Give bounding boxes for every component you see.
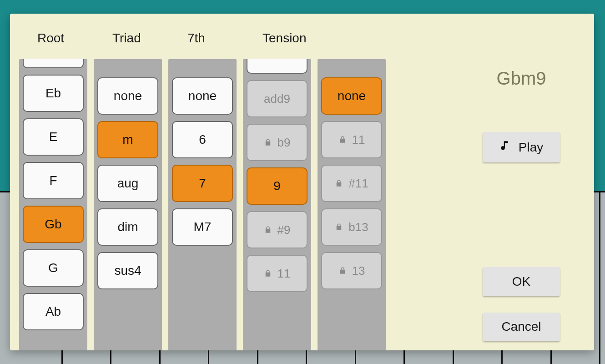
option-triad-m[interactable]: m xyxy=(97,121,158,158)
option-seventh-none[interactable]: none xyxy=(172,77,233,115)
option-root-g[interactable]: G xyxy=(23,249,84,287)
play-button[interactable]: Play xyxy=(483,132,560,162)
option-label: 11 xyxy=(277,267,291,281)
option-seventh-m7[interactable]: M7 xyxy=(172,208,233,246)
header-tension: Tension xyxy=(262,31,338,46)
header-seventh: 7th xyxy=(187,31,262,46)
ok-button-label: OK xyxy=(512,274,530,289)
option-label: Eb xyxy=(45,86,61,101)
option-tension2-none[interactable]: none xyxy=(321,77,382,115)
cancel-button[interactable]: Cancel xyxy=(483,313,560,341)
option-tension1-b9: b9 xyxy=(247,124,308,161)
option-label: b9 xyxy=(277,136,291,150)
option-label: b13 xyxy=(348,220,368,234)
header-triad: Triad xyxy=(112,31,187,46)
option-tension2-11: #11 xyxy=(321,165,382,202)
column-headers: Root Triad 7th Tension xyxy=(37,31,338,46)
option-triad-dim[interactable]: dim xyxy=(97,208,158,246)
option-label: F xyxy=(49,173,57,188)
lock-icon xyxy=(338,267,347,275)
option-label: #9 xyxy=(277,223,291,237)
option-label: add9 xyxy=(264,92,290,106)
lock-icon xyxy=(335,179,343,187)
column-seventh[interactable]: none67M7 xyxy=(168,59,237,350)
chord-name-display: Gbm9 xyxy=(497,68,546,89)
option-tension1-9: #9 xyxy=(247,211,308,248)
option-label: #11 xyxy=(348,177,368,191)
option-triad-sus4[interactable]: sus4 xyxy=(97,252,158,289)
lock-icon xyxy=(264,138,272,147)
option-label: G xyxy=(48,261,58,275)
option-root-eb[interactable]: Eb xyxy=(23,75,84,112)
option-label: Gb xyxy=(45,217,61,232)
option-label: 9 xyxy=(273,179,281,193)
option-tension1-add9: add9 xyxy=(247,80,308,117)
option-tension1-5[interactable]: #5 xyxy=(247,59,308,74)
option-seventh-7[interactable]: 7 xyxy=(172,165,233,202)
option-label: aug xyxy=(117,176,139,191)
column-tension2[interactable]: none11#11b1313 xyxy=(318,59,386,350)
chord-picker-dialog: Root Triad 7th Tension DEbEFGbGAb nonema… xyxy=(10,14,594,350)
option-tension2-b13: b13 xyxy=(321,208,382,246)
column-triad[interactable]: nonemaugdimsus4 xyxy=(94,59,162,350)
lock-icon xyxy=(335,223,343,231)
option-label: 7 xyxy=(199,176,206,191)
option-label: none xyxy=(188,89,217,103)
option-tension1-9[interactable]: 9 xyxy=(247,167,308,205)
option-label: #5 xyxy=(270,59,284,62)
play-button-label: Play xyxy=(519,140,543,155)
option-triad-none[interactable]: none xyxy=(97,77,158,115)
option-label: m xyxy=(122,132,133,147)
option-label: none xyxy=(114,89,142,103)
option-seventh-6[interactable]: 6 xyxy=(172,121,233,158)
option-label: M7 xyxy=(194,220,212,234)
option-root-gb[interactable]: Gb xyxy=(23,206,84,243)
cancel-button-label: Cancel xyxy=(501,319,541,334)
lock-icon xyxy=(338,136,347,144)
option-label: 13 xyxy=(352,264,365,278)
option-label: 6 xyxy=(199,132,206,147)
lock-icon xyxy=(264,269,272,278)
option-root-e[interactable]: E xyxy=(23,118,84,156)
option-tension2-11: 11 xyxy=(321,121,382,158)
ok-button[interactable]: OK xyxy=(483,267,560,296)
column-tension1[interactable]: #5add9b99#911 xyxy=(243,59,311,350)
option-label: none xyxy=(338,89,366,103)
option-tension1-11: 11 xyxy=(247,255,308,292)
side-panel: Gbm9 Play OK Cancel xyxy=(458,64,585,341)
option-triad-aug[interactable]: aug xyxy=(97,165,158,202)
option-tension2-13: 13 xyxy=(321,252,382,289)
column-root[interactable]: DEbEFGbGAb xyxy=(19,59,87,350)
lock-icon xyxy=(264,226,272,234)
option-root-f[interactable]: F xyxy=(23,162,84,199)
option-label: Ab xyxy=(45,304,61,319)
option-label: dim xyxy=(117,220,138,234)
option-label: 11 xyxy=(352,133,365,147)
option-label: sus4 xyxy=(114,263,141,278)
option-root-d[interactable]: D xyxy=(23,59,84,68)
header-root: Root xyxy=(37,31,112,46)
option-root-ab[interactable]: Ab xyxy=(23,293,84,330)
music-note-icon xyxy=(499,139,511,156)
option-label: E xyxy=(49,130,58,144)
